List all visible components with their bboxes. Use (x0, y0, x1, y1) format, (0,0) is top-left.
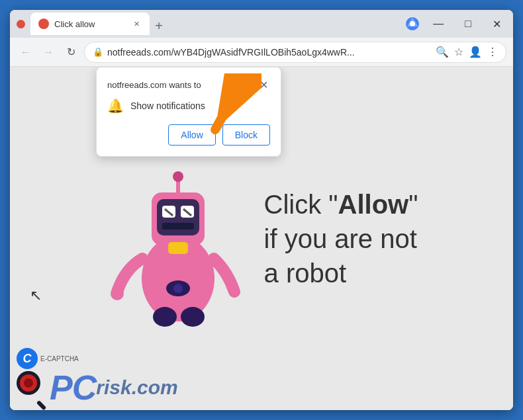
svg-point-16 (173, 284, 183, 293)
menu-icon[interactable]: ⋮ (487, 46, 498, 58)
svg-rect-5 (157, 199, 199, 235)
close-button[interactable]: ✕ (487, 17, 506, 32)
pcrisk-logo-area: PC risk.com (17, 370, 178, 405)
robot-svg (105, 140, 251, 338)
minimize-button[interactable]: — (428, 17, 449, 31)
click-text: Click " (264, 190, 338, 219)
robot-illustration (105, 140, 251, 338)
tab-close-button[interactable]: ✕ (131, 19, 142, 29)
window-action-controls: — □ ✕ (428, 17, 506, 32)
back-button[interactable]: ← (17, 43, 35, 62)
bottom-branding: C E-CAPTCHA PC risk.com (17, 348, 178, 405)
new-tab-button[interactable]: + (150, 17, 168, 35)
text-line-2: if you are not (264, 222, 418, 256)
allow-text-bold: Allow (338, 190, 409, 219)
window-controls (17, 20, 25, 28)
url-action-icons: 🔍 ☆ 👤 ⋮ (436, 46, 498, 58)
svg-point-12 (173, 171, 183, 182)
svg-point-18 (181, 307, 205, 327)
lock-icon: 🔒 (93, 47, 103, 57)
ecaptcha-label: E-CAPTCHA (40, 355, 79, 362)
site-main-text: Click "Allow" if you are not a robot (264, 187, 418, 290)
popup-site-text: notfreeads.com wants to (107, 80, 201, 90)
tab-title: Click allow (54, 19, 126, 29)
title-bar-controls: — □ ✕ (405, 17, 506, 32)
svg-rect-14 (168, 242, 188, 254)
pcrisk-magnifier (17, 371, 50, 404)
close-window-button[interactable] (17, 20, 25, 28)
active-tab[interactable]: Click allow ✕ (30, 13, 150, 35)
url-bar: ← → ↻ 🔒 notfreeads.com/wYB4DjgWAsidfVRGI… (10, 38, 513, 67)
title-bar: Click allow ✕ + — □ ✕ (10, 10, 513, 38)
popup-notification-text: Show notifications (130, 101, 205, 111)
chrome-icon (405, 17, 420, 31)
ecaptcha-logo: C (17, 348, 38, 369)
svg-point-13 (111, 287, 124, 300)
tab-favicon (38, 19, 49, 29)
arrow-svg (202, 73, 262, 140)
refresh-button[interactable]: ↻ (62, 43, 80, 62)
chrome-profile-area (405, 17, 420, 31)
ecaptcha-branding: C E-CAPTCHA (17, 348, 79, 369)
tab-bar: Click allow ✕ + (30, 13, 400, 35)
pcrisk-text: PC (50, 370, 96, 405)
svg-rect-10 (162, 223, 194, 230)
pcrisk-suffix: risk.com (96, 372, 177, 403)
url-text: notfreeads.com/wYB4DjgWAsidfVRGIlLOBih5a… (107, 47, 432, 58)
profile-icon[interactable]: 👤 (469, 46, 482, 58)
url-input[interactable]: 🔒 notfreeads.com/wYB4DjgWAsidfVRGIlLOBih… (84, 42, 506, 63)
forward-button[interactable]: → (39, 43, 58, 62)
mouse-cursor: ↖ (30, 287, 42, 304)
content-area: notfreeads.com wants to ✕ 🔔 Show notific… (10, 67, 513, 410)
quote-close: " (408, 190, 418, 219)
svg-point-17 (153, 307, 177, 327)
text-line-3: a robot (264, 256, 418, 290)
browser-window: Click allow ✕ + — □ ✕ ← → ↻ (10, 10, 513, 410)
text-line-1: Click "Allow" (264, 187, 418, 222)
maximize-button[interactable]: □ (459, 17, 477, 31)
search-icon[interactable]: 🔍 (436, 46, 449, 58)
bell-icon: 🔔 (107, 98, 124, 114)
bookmark-icon[interactable]: ☆ (454, 46, 463, 58)
arrow-indicator (202, 73, 262, 142)
site-main: Click "Allow" if you are not a robot (92, 126, 432, 351)
